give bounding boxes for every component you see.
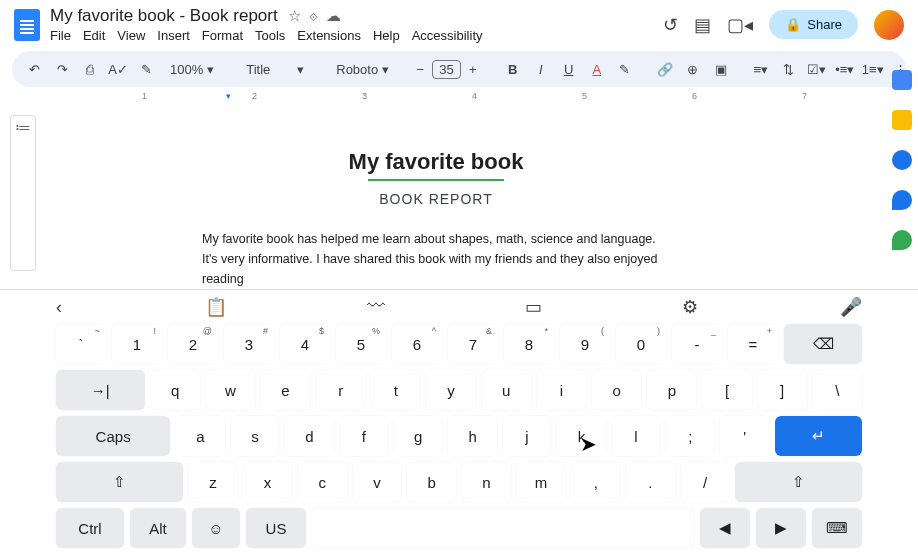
cloud-icon[interactable]: ☁ [326, 7, 341, 25]
key-left[interactable]: ◀ [700, 508, 750, 548]
spellcheck-button[interactable]: A✓ [108, 58, 128, 81]
font-size-input[interactable]: 35 [432, 60, 460, 79]
key-ctrl[interactable]: Ctrl [56, 508, 124, 548]
key-tab[interactable]: →| [56, 370, 145, 410]
key-caps[interactable]: Caps [56, 416, 170, 456]
menu-view[interactable]: View [117, 28, 145, 43]
meet-icon[interactable]: ▢◂ [727, 14, 753, 36]
history-icon[interactable]: ↺ [663, 14, 678, 36]
bullets-button[interactable]: •≡▾ [835, 58, 855, 81]
outline-icon[interactable]: ≔ [10, 115, 36, 271]
font-decrease[interactable]: − [410, 58, 430, 81]
key-7[interactable]: 7& [448, 324, 498, 364]
key-x[interactable]: x [243, 462, 292, 502]
redo-button[interactable]: ↷ [52, 58, 72, 81]
bold-button[interactable]: B [503, 58, 523, 81]
key-g[interactable]: g [394, 416, 442, 456]
menu-help[interactable]: Help [373, 28, 400, 43]
key-v[interactable]: v [353, 462, 402, 502]
key-][interactable]: ] [758, 370, 807, 410]
menu-format[interactable]: Format [202, 28, 243, 43]
kb-back-icon[interactable]: ‹ [56, 297, 62, 318]
print-button[interactable]: ⎙ [80, 58, 100, 81]
menu-insert[interactable]: Insert [157, 28, 190, 43]
avatar[interactable] [874, 10, 904, 40]
key-y[interactable]: y [426, 370, 475, 410]
text-color-button[interactable]: A [587, 58, 607, 81]
font-increase[interactable]: + [463, 58, 483, 81]
key-`[interactable]: `~ [56, 324, 106, 364]
kb-mic-icon[interactable]: 🎤 [840, 296, 862, 318]
checklist-button[interactable]: ☑▾ [807, 58, 827, 81]
key-t[interactable]: t [371, 370, 420, 410]
key-h[interactable]: h [448, 416, 496, 456]
key-w[interactable]: w [206, 370, 255, 410]
maps-icon[interactable] [892, 230, 912, 250]
menu-tools[interactable]: Tools [255, 28, 285, 43]
menu-file[interactable]: File [50, 28, 71, 43]
doc-title[interactable]: My favorite book - Book report [50, 6, 278, 26]
key-q[interactable]: q [151, 370, 200, 410]
link-button[interactable]: 🔗 [655, 58, 675, 81]
document-page[interactable]: My favorite book BOOK REPORT My favorite… [156, 109, 716, 277]
key-hide[interactable]: ⌨ [812, 508, 862, 548]
key-;[interactable]: ; [666, 416, 714, 456]
key-emoji[interactable]: ☺ [192, 508, 240, 548]
key-=[interactable]: =+ [728, 324, 778, 364]
key-shift-left[interactable]: ⇧ [56, 462, 183, 502]
style-dropdown[interactable]: Title▾ [240, 60, 310, 79]
key-4[interactable]: 4$ [280, 324, 330, 364]
zoom-dropdown[interactable]: 100% ▾ [164, 60, 220, 79]
underline-button[interactable]: U [559, 58, 579, 81]
key-backspace[interactable]: ⌫ [784, 324, 862, 364]
menu-extensions[interactable]: Extensions [297, 28, 361, 43]
key-alt[interactable]: Alt [130, 508, 186, 548]
highlight-button[interactable]: ✎ [615, 58, 635, 81]
key-.[interactable]: . [626, 462, 675, 502]
key-f[interactable]: f [340, 416, 388, 456]
comment-button[interactable]: ⊕ [683, 58, 703, 81]
key-lang[interactable]: US [246, 508, 306, 548]
comments-icon[interactable]: ▤ [694, 14, 711, 36]
key-n[interactable]: n [462, 462, 511, 502]
key-\[interactable]: \ [813, 370, 862, 410]
key-m[interactable]: m [517, 462, 566, 502]
key-c[interactable]: c [298, 462, 347, 502]
key-1[interactable]: 1! [112, 324, 162, 364]
italic-button[interactable]: I [531, 58, 551, 81]
key-k[interactable]: k [557, 416, 605, 456]
key-u[interactable]: u [482, 370, 531, 410]
menu-accessibility[interactable]: Accessibility [412, 28, 483, 43]
keep-icon[interactable] [892, 110, 912, 130]
key-0[interactable]: 0) [616, 324, 666, 364]
key-a[interactable]: a [176, 416, 224, 456]
key-b[interactable]: b [407, 462, 456, 502]
contacts-icon[interactable] [892, 190, 912, 210]
menu-edit[interactable]: Edit [83, 28, 105, 43]
align-button[interactable]: ≡▾ [751, 58, 771, 81]
tasks-icon[interactable] [892, 150, 912, 170]
key-enter[interactable]: ↵ [775, 416, 862, 456]
key--[interactable]: -_ [672, 324, 722, 364]
key-r[interactable]: r [316, 370, 365, 410]
calendar-icon[interactable] [892, 70, 912, 90]
kb-float-icon[interactable]: ▭ [525, 296, 542, 318]
key-i[interactable]: i [537, 370, 586, 410]
image-button[interactable]: ▣ [711, 58, 731, 81]
undo-button[interactable]: ↶ [24, 58, 44, 81]
kb-settings-icon[interactable]: ⚙ [682, 296, 698, 318]
key-2[interactable]: 2@ [168, 324, 218, 364]
line-spacing-button[interactable]: ⇅ [779, 58, 799, 81]
key-shift-right[interactable]: ⇧ [735, 462, 862, 502]
key-,[interactable]: , [571, 462, 620, 502]
key-6[interactable]: 6^ [392, 324, 442, 364]
kb-handwrite-icon[interactable]: 〰 [367, 296, 385, 318]
key-9[interactable]: 9( [560, 324, 610, 364]
key-s[interactable]: s [231, 416, 279, 456]
move-icon[interactable]: ⟐ [309, 7, 318, 25]
ruler[interactable]: 1 ▾ 2 3 4 5 6 7 [12, 91, 906, 105]
paint-format-button[interactable]: ✎ [136, 58, 156, 81]
key-z[interactable]: z [189, 462, 238, 502]
key-j[interactable]: j [503, 416, 551, 456]
key-p[interactable]: p [647, 370, 696, 410]
